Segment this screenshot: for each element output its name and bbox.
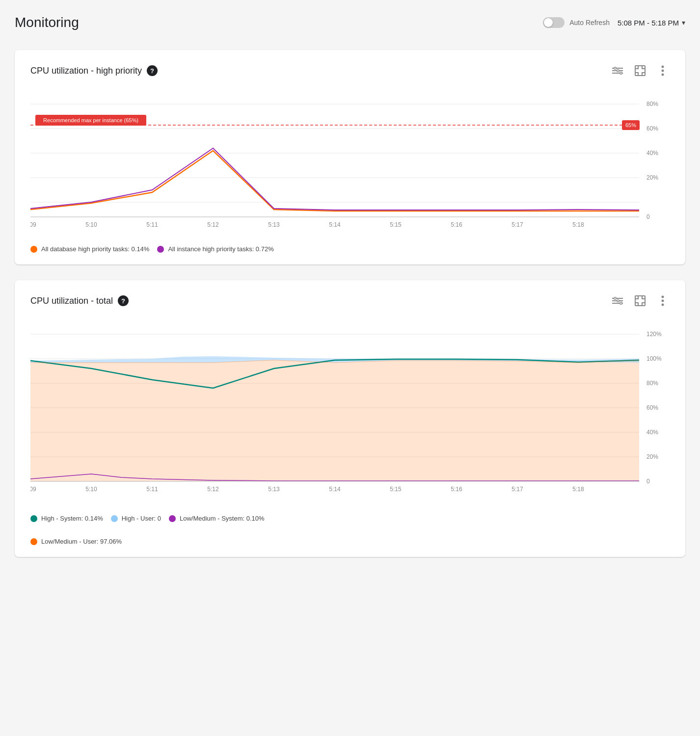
chevron-down-icon: ▾ <box>682 19 685 26</box>
svg-point-8 <box>662 70 664 72</box>
chart2-area: 5:09 5:10 5:11 5:12 5:13 5:14 5:15 5:16 … <box>30 319 670 545</box>
legend-dot-instance <box>157 246 164 253</box>
auto-refresh-toggle-container: Auto Refresh <box>543 17 610 28</box>
svg-rect-5 <box>620 72 622 74</box>
svg-text:5:15: 5:15 <box>390 221 402 228</box>
svg-rect-43 <box>635 296 645 306</box>
svg-point-46 <box>662 304 664 306</box>
page-header: Monitoring Auto Refresh 5:08 PM - 5:18 P… <box>15 10 685 35</box>
svg-text:5:14: 5:14 <box>329 221 341 228</box>
svg-text:80%: 80% <box>646 101 658 107</box>
svg-text:65%: 65% <box>625 122 636 128</box>
legend-dot-high-user <box>111 515 118 522</box>
chart-card-cpu-total: CPU utilization - total ? <box>15 280 685 557</box>
svg-text:40%: 40% <box>646 429 658 436</box>
legend-item-database: All database high priority tasks: 0.14% <box>30 245 149 253</box>
auto-refresh-label: Auto Refresh <box>569 19 610 26</box>
svg-point-9 <box>662 74 664 76</box>
svg-rect-40 <box>614 297 616 299</box>
svg-text:5:14: 5:14 <box>329 486 341 493</box>
legend-item-instance: All instance high priority tasks: 0.72% <box>157 245 273 253</box>
svg-text:5:17: 5:17 <box>512 221 523 228</box>
chart1-title: CPU utilization - high priority <box>30 66 142 76</box>
svg-marker-54 <box>30 360 639 481</box>
legend-label-lowmedium-system: Low/Medium - System: 0.10% <box>180 515 265 522</box>
svg-text:60%: 60% <box>646 125 658 132</box>
svg-point-44 <box>662 296 664 298</box>
legend-item-high-user: High - User: 0 <box>111 515 161 522</box>
svg-text:20%: 20% <box>646 453 658 460</box>
chart1-svg: 65% Recommended max per instance (65%) 5… <box>30 89 664 237</box>
svg-text:5:16: 5:16 <box>451 221 462 228</box>
legend-dot-lowmedium-user <box>30 538 37 545</box>
svg-text:5:10: 5:10 <box>85 221 97 228</box>
svg-rect-4 <box>617 70 619 72</box>
svg-text:80%: 80% <box>646 380 658 387</box>
svg-text:5:09: 5:09 <box>30 221 36 228</box>
chart2-actions <box>611 294 670 308</box>
svg-point-45 <box>662 300 664 302</box>
chart1-more-icon[interactable] <box>656 64 670 78</box>
chart-card-cpu-high-priority: CPU utilization - high priority ? <box>15 50 685 264</box>
chart2-title-group: CPU utilization - total ? <box>30 295 129 306</box>
svg-text:5:10: 5:10 <box>85 486 97 493</box>
chart2-header: CPU utilization - total ? <box>30 294 670 308</box>
chart1-area: 65% Recommended max per instance (65%) 5… <box>30 89 670 253</box>
svg-point-7 <box>662 66 664 68</box>
svg-text:5:11: 5:11 <box>146 221 158 228</box>
time-range-value: 5:08 PM - 5:18 PM <box>618 19 679 27</box>
svg-text:5:12: 5:12 <box>207 221 219 228</box>
chart2-expand-icon[interactable] <box>633 294 647 308</box>
svg-rect-42 <box>620 302 622 304</box>
chart2-legend-icon[interactable] <box>611 294 624 308</box>
svg-text:0: 0 <box>646 213 650 220</box>
svg-text:5:13: 5:13 <box>268 486 280 493</box>
svg-text:40%: 40% <box>646 150 658 157</box>
chart2-help-icon[interactable]: ? <box>118 295 129 306</box>
page-title: Monitoring <box>15 15 79 30</box>
svg-text:5:13: 5:13 <box>268 221 280 228</box>
svg-text:5:09: 5:09 <box>30 486 36 493</box>
legend-label-instance: All instance high priority tasks: 0.72% <box>168 245 273 253</box>
legend-item-lowmedium-system: Low/Medium - System: 0.10% <box>169 515 265 522</box>
legend-dot-database <box>30 246 37 253</box>
legend-label-database: All database high priority tasks: 0.14% <box>41 245 149 253</box>
svg-rect-41 <box>617 300 619 302</box>
svg-text:5:16: 5:16 <box>451 486 462 493</box>
chart1-help-icon[interactable]: ? <box>147 65 158 76</box>
svg-text:5:11: 5:11 <box>146 486 158 493</box>
svg-text:120%: 120% <box>646 331 662 338</box>
legend-label-high-system: High - System: 0.14% <box>41 515 103 522</box>
svg-text:5:12: 5:12 <box>207 486 219 493</box>
chart2-legend: High - System: 0.14% High - User: 0 Low/… <box>30 515 670 545</box>
svg-text:20%: 20% <box>646 174 658 181</box>
svg-text:5:18: 5:18 <box>572 486 584 493</box>
svg-rect-6 <box>635 66 645 76</box>
auto-refresh-toggle[interactable] <box>543 17 565 28</box>
svg-text:60%: 60% <box>646 404 658 411</box>
legend-label-lowmedium-user: Low/Medium - User: 97.06% <box>41 538 122 545</box>
svg-text:5:18: 5:18 <box>572 221 584 228</box>
svg-rect-3 <box>614 67 616 69</box>
header-controls: Auto Refresh 5:08 PM - 5:18 PM ▾ <box>543 17 685 28</box>
chart2-svg: 5:09 5:10 5:11 5:12 5:13 5:14 5:15 5:16 … <box>30 319 664 506</box>
legend-dot-lowmedium-system <box>169 515 176 522</box>
legend-label-high-user: High - User: 0 <box>122 515 161 522</box>
chart1-title-group: CPU utilization - high priority ? <box>30 65 158 76</box>
svg-text:100%: 100% <box>646 355 662 362</box>
chart2-more-icon[interactable] <box>656 294 670 308</box>
svg-text:5:15: 5:15 <box>390 486 402 493</box>
chart1-legend: All database high priority tasks: 0.14% … <box>30 245 670 253</box>
legend-item-high-system: High - System: 0.14% <box>30 515 103 522</box>
legend-dot-high-system <box>30 515 37 522</box>
svg-text:0: 0 <box>646 478 650 485</box>
chart1-legend-icon[interactable] <box>611 64 624 78</box>
time-range-selector[interactable]: 5:08 PM - 5:18 PM ▾ <box>618 19 685 27</box>
chart1-expand-icon[interactable] <box>633 64 647 78</box>
chart2-title: CPU utilization - total <box>30 296 113 306</box>
chart1-header: CPU utilization - high priority ? <box>30 64 670 78</box>
chart1-actions <box>611 64 670 78</box>
svg-text:Recommended max per instance (: Recommended max per instance (65%) <box>43 117 138 123</box>
svg-text:5:17: 5:17 <box>512 486 523 493</box>
legend-item-lowmedium-user: Low/Medium - User: 97.06% <box>30 538 122 545</box>
